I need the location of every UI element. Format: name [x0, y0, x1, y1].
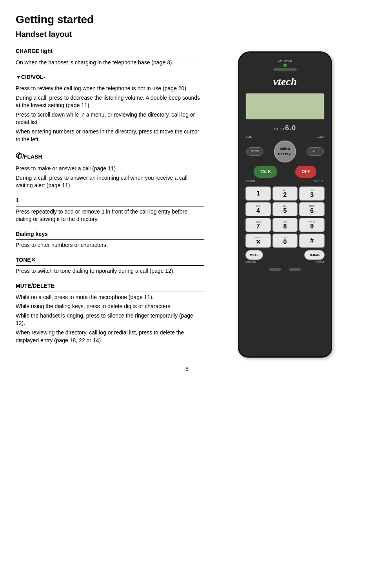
mute-redial-row: MUTE REDIAL [245, 250, 325, 260]
cancel-label: CANCEL [313, 179, 324, 183]
talk-off-row: TALK OFF [245, 166, 325, 178]
flash-cancel-row: FLASH CANCEL [246, 179, 324, 183]
talk-flash-title: ✆/FLASH [16, 150, 204, 161]
one-title: 1 [16, 197, 204, 205]
left-column: CHARGE light On when the handset is char… [16, 47, 204, 358]
mute-delete-section: MUTE/DELETE While on a call, press to mu… [16, 282, 204, 344]
page-number: 5 [16, 365, 358, 373]
pause-label: PAUSE [316, 260, 325, 264]
charge-light-label: CHARGE [243, 58, 327, 63]
mute-delete-desc4: When reviewing the directory, call log o… [16, 329, 204, 344]
cid-vol-desc4: When entering numbers or names in the di… [16, 128, 204, 143]
charge-section: CHARGE light On when the handset is char… [16, 47, 204, 66]
tone-title: TONE✕ [16, 256, 204, 264]
mute-delete-desc3: While the handset is ringing, press to s… [16, 312, 204, 327]
key-6[interactable]: MNO 6 [299, 202, 325, 216]
key-row-2: GHI 4 JKL 5 MNO 6 [245, 202, 325, 216]
cid-vol-desc2: During a call, press to decrease the lis… [16, 94, 204, 110]
key-tone-star[interactable]: TONE ✕ [245, 234, 271, 248]
delete-label: DELETE [245, 260, 256, 264]
vol-minus-label: VOL- [245, 135, 253, 139]
phone-top: CHARGE [243, 58, 327, 67]
key-3[interactable]: DEF 3 [299, 186, 325, 201]
key-hash[interactable]: # [299, 234, 325, 248]
talk-flash-desc1: Press to make or answer a call (page 11)… [16, 165, 204, 173]
keypad: 1 ABC 2 DEF 3 GHI 4 [245, 186, 325, 248]
talk-flash-desc2: During a call, press to answer an incomi… [16, 174, 204, 190]
charge-bold: CHARGE light [16, 48, 53, 54]
section-subtitle: Handset layout [16, 29, 358, 40]
key-9[interactable]: WXYZ 9 [299, 218, 325, 232]
off-button[interactable]: OFF [295, 166, 316, 178]
phone-screen [245, 93, 325, 120]
port-right [289, 268, 301, 271]
vol-plus-label: VOL+ [316, 135, 325, 139]
charge-title: CHARGE light [16, 47, 204, 55]
key-2[interactable]: ABC 2 [272, 186, 298, 201]
mute-delete-desc1: While on a call, press to mute the micro… [16, 294, 204, 301]
key-5[interactable]: JKL 5 [272, 202, 298, 216]
page-title: Getting started [16, 12, 358, 27]
mute-delete-desc2: While using the dialing keys, press to d… [16, 303, 204, 310]
key-row-3: PQRS 7 TUV 8 WXYZ 9 [245, 218, 325, 232]
dialing-keys-title: Dialing keys [16, 230, 204, 238]
cid-vol-section: ▼CID/VOL- Press to review the call log w… [16, 73, 204, 143]
phonebook-button[interactable]: ▲☰ [307, 147, 324, 155]
cid-vol-desc1: Press to review the call log when the te… [16, 85, 204, 93]
talk-flash-section: ✆/FLASH Press to make or answer a call (… [16, 150, 204, 190]
cid-vol-title: ▼CID/VOL- [16, 73, 204, 81]
mute-delete-title: MUTE/DELETE [16, 282, 204, 290]
dect-label: DECT6.0 [243, 123, 327, 133]
tone-section: TONE✕ Press to switch to tone dialing te… [16, 256, 204, 275]
key-0[interactable]: OPER 0 [272, 234, 298, 248]
brand-name: vtech [243, 74, 327, 89]
talk-button[interactable]: TALK [254, 166, 278, 178]
key-row-4: TONE ✕ OPER 0 # [245, 234, 325, 248]
menu-select-button[interactable]: MENU SELECT [274, 141, 296, 163]
port-left [269, 268, 281, 271]
key-8[interactable]: TUV 8 [272, 218, 298, 232]
bottom-ports [243, 268, 327, 271]
dialing-keys-desc: Press to enter numbers or characters. [16, 241, 204, 249]
mute-button[interactable]: MUTE [245, 250, 263, 260]
key-4[interactable]: GHI 4 [245, 202, 271, 216]
one-section: 1 Press repeatedly to add or remove 1 in… [16, 197, 204, 223]
cid-button[interactable]: ▼CID [246, 147, 263, 155]
phone-body: CHARGE vtech DECT6.0 VOL- VOL+ ▼CID [238, 51, 332, 358]
vol-row: VOL- VOL+ [245, 135, 325, 139]
charge-desc: On when the handset is charging in the t… [16, 59, 204, 67]
key-1[interactable]: 1 [245, 186, 271, 201]
dialing-keys-section: Dialing keys Press to enter numbers or c… [16, 230, 204, 249]
one-desc: Press repeatedly to add or remove 1 in f… [16, 208, 204, 223]
flash-label: FLASH [246, 179, 255, 183]
key-row-1: 1 ABC 2 DEF 3 [245, 186, 325, 201]
cid-vol-desc3: Press to scroll down while in a menu, or… [16, 111, 204, 126]
nav-row: ▼CID MENU SELECT ▲☰ [246, 141, 324, 163]
redial-button[interactable]: REDIAL [304, 250, 325, 260]
phone-illustration: CHARGE vtech DECT6.0 VOL- VOL+ ▼CID [212, 47, 358, 358]
tone-desc: Press to switch to tone dialing temporar… [16, 267, 204, 275]
speaker-bar [273, 68, 297, 71]
key-7[interactable]: PQRS 7 [245, 218, 271, 232]
delete-pause-row: DELETE PAUSE [245, 260, 325, 264]
